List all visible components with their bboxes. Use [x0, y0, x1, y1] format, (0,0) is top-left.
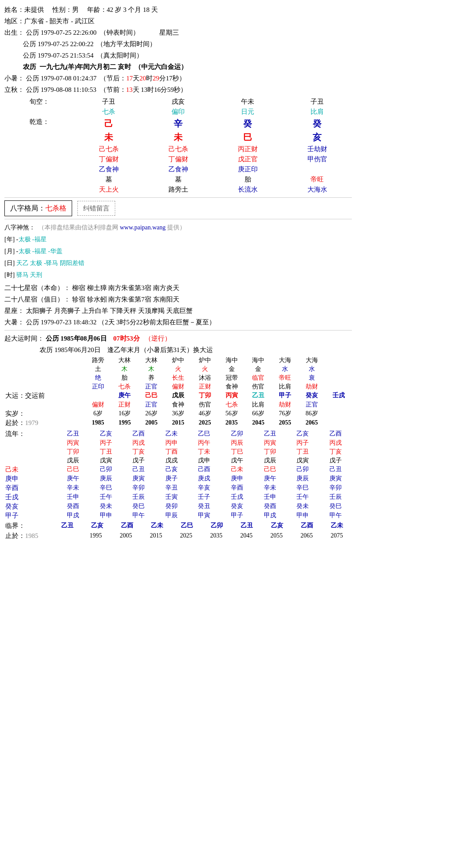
liuyear-label-1: [4, 439, 57, 447]
dizhi-col1: 未: [143, 131, 213, 144]
shensha-month-prefix: [月] -: [4, 248, 18, 254]
dayun-cell-8: 86岁: [298, 409, 325, 418]
xingzuo-item-3: 下降天秤: [110, 307, 136, 314]
xingzuo-item-1: 月亮狮子: [54, 307, 80, 314]
zhiyu-label: 止於：1985: [4, 531, 80, 541]
lunar-yun: （中元六白金运）: [135, 63, 187, 70]
linjie-label: 临界：: [4, 521, 52, 530]
dayun-year-0: 1985: [84, 418, 111, 428]
liuyear-cell-4-3: 己亥: [155, 465, 188, 474]
tiangan-col0: 己: [74, 117, 143, 131]
cang3-label: [4, 164, 74, 174]
liqiu-label: 立秋：: [4, 86, 24, 93]
shenshas-title: 八字神煞：: [4, 224, 35, 231]
xunkong-row: 旬空： 子丑 戌亥 午未 子丑: [4, 97, 352, 107]
liuyear-cell-5-4: 庚戌: [188, 474, 221, 483]
dayun-cell-3: 偏财: [165, 382, 192, 391]
liuyear-cell-4-2: 己丑: [122, 465, 155, 474]
dayun-ganzhi-5: 乙丑: [245, 391, 272, 400]
liuyear-cell-5-5: 庚申: [221, 474, 254, 483]
dayun-cell-0: 绝: [84, 374, 111, 382]
liuyear-cell-1-1: 丙子: [89, 439, 122, 447]
solar-date1: 公历 1979-07-25 22:26:00: [26, 29, 97, 36]
linjie-row: 临界： 乙丑乙亥乙酉乙未乙巳乙卯乙丑乙亥乙酉乙未: [4, 521, 352, 530]
xiaoshu-h: 20: [139, 75, 146, 82]
dayun-cell-5: 冠带: [218, 374, 245, 382]
linjie-cell-7: 乙亥: [262, 521, 292, 530]
liuyear-cell-2-1: 丁丑: [89, 447, 122, 456]
dayun-ganzhi-4: 丙寅: [218, 391, 245, 400]
liuyear-cell-0-1: 乙亥: [89, 429, 122, 439]
liuyear-cell-6-6: 辛未: [253, 483, 286, 493]
shishen-row: 七杀 偏印 日元 比肩: [4, 107, 352, 117]
zhiyu-year0: 1985: [25, 532, 38, 539]
dayun-cell-1: 胎: [111, 374, 138, 382]
dayun-ganzhi-6: 甲子: [272, 391, 299, 400]
liuyear-cell-2-0: 丁卯: [57, 447, 90, 456]
stars27-label: 二十七星宿（本命）：: [4, 284, 70, 291]
dayun-year-2: 2005: [138, 418, 165, 428]
liuyear-cell-0-0: 乙丑: [57, 429, 90, 439]
linjie-cell-0: 乙丑: [52, 521, 82, 530]
liuyear-cell-2-8: 丁亥: [319, 447, 352, 456]
dayun-ganzhi-3: 丁卯: [191, 391, 218, 400]
dayun-start-dir: （逆行）: [145, 335, 171, 342]
shensha-month: [月] -太极 -福星 -华盖: [4, 246, 352, 257]
dayun-start-line2: 农历 1985年06月20日 逢乙年末月（小暑后第31天）换大运: [4, 345, 352, 355]
stars27-val: 柳宿 柳土獐 南方朱雀第3宿 南方炎天: [72, 284, 179, 291]
solar-date2: 公历 1979-07-25 22:00:22: [23, 40, 94, 47]
solar-birth-line3: 公历 1979-07-25 21:53:54 （真太阳时间）: [4, 50, 352, 61]
dayun-cell-5: 金: [218, 365, 245, 374]
xunkong-col2: 午未: [213, 97, 282, 107]
dayun-cell-0: 偏财: [84, 400, 111, 409]
jucuo-box[interactable]: 纠错留言: [77, 201, 115, 216]
liuyear-cell-9-2: 甲午: [122, 511, 155, 520]
dayun-cell-5: 56岁: [218, 409, 245, 418]
liuyear-cell-5-8: 庚寅: [319, 474, 352, 483]
shishen-col1: 偏印: [143, 107, 213, 117]
shensha-year-text: 太极 -福星: [18, 236, 47, 243]
dayun-cell-1: 16岁: [111, 409, 138, 418]
xiaoshu-htext: 时: [146, 75, 153, 82]
liuyear-cell-7-0: 壬申: [57, 493, 90, 502]
liuyear-cell-6-8: 辛卯: [319, 483, 352, 493]
shenshas-link[interactable]: www.paipan.wang: [120, 224, 166, 231]
tiangan-col3: 癸: [282, 117, 352, 131]
dayun-shishen-label: [4, 382, 84, 391]
dayun-cell-7: 水: [272, 365, 299, 374]
dayun-cell-1: 正财: [111, 400, 138, 409]
dayun-cell-3: 长生: [165, 374, 192, 382]
guju-box: 八字格局：七杀格: [4, 200, 72, 216]
shensha-hour: [时] 驿马 天刑: [4, 269, 352, 280]
dayun-cell-8: 大海: [298, 356, 325, 365]
shensha-hour-prefix: [时]: [4, 272, 16, 278]
dayun-cell-3: 食神: [165, 400, 192, 409]
liuyear-row-3: 戊辰戊寅戊子戊戌戊申戊午戊辰戊寅戊子: [4, 456, 352, 465]
liuyear-cell-1-6: 丙寅: [253, 439, 286, 447]
xiaoshu-note-pre: （节后：: [100, 75, 126, 82]
liuyear-label-8: 癸亥: [4, 502, 57, 511]
liuyear-cell-0-6: 乙丑: [253, 429, 286, 439]
nayin2-col1: 路旁土: [143, 185, 213, 195]
liuyear-cell-7-8: 壬辰: [319, 493, 352, 502]
liuyear-label-6: 辛酉: [4, 483, 57, 493]
dayun-cell-2: 26岁: [138, 409, 165, 418]
dayun-ganzhi-ss-label: [4, 400, 84, 409]
stars28-label: 二十八星宿（值日）：: [4, 296, 70, 303]
dayun-cell-1: 大林: [111, 356, 138, 365]
liuyear-cell-8-8: 癸巳: [319, 502, 352, 511]
ganzao-label: 乾造：: [4, 117, 74, 131]
dayun-cell-3: 火: [165, 365, 192, 374]
liuyear-cell-7-5: 壬戌: [221, 493, 254, 502]
zhiyu-sublabel: 止於：: [5, 532, 25, 539]
xunkong-label: 旬空：: [4, 97, 74, 107]
liuyear-label-4: 己未: [4, 465, 57, 474]
liuyear-cell-7-6: 壬申: [253, 493, 286, 502]
cang2-label: [4, 154, 74, 164]
dayun-year-8: 2065: [298, 418, 325, 428]
dizhi-col3: 亥: [282, 131, 352, 144]
dayun-yearstart-0: 1979: [25, 419, 38, 426]
liuyear-cell-2-5: 丁巳: [221, 447, 254, 456]
liuyear-row-4: 己未己巳己卯己丑己亥己酉己未己巳己卯己丑: [4, 465, 352, 474]
liuyear-cell-1-7: 丙子: [286, 439, 319, 447]
